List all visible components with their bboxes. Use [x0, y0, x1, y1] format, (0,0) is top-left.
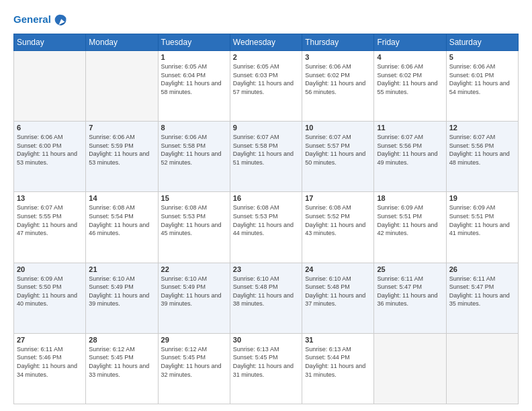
calendar-cell — [86, 51, 158, 122]
calendar-cell: 11Sunrise: 6:07 AMSunset: 5:56 PMDayligh… — [374, 122, 446, 192]
calendar-cell — [446, 333, 518, 404]
calendar-cell: 17Sunrise: 6:08 AMSunset: 5:52 PMDayligh… — [302, 192, 374, 263]
day-info: Sunrise: 6:13 AMSunset: 5:44 PMDaylight:… — [305, 345, 371, 379]
day-number: 24 — [305, 265, 371, 273]
day-number: 26 — [449, 265, 515, 273]
day-number: 11 — [377, 124, 443, 132]
calendar-cell: 16Sunrise: 6:08 AMSunset: 5:53 PMDayligh… — [230, 192, 302, 263]
day-info: Sunrise: 6:06 AMSunset: 6:02 PMDaylight:… — [377, 62, 443, 96]
day-number: 23 — [233, 265, 299, 273]
day-number: 21 — [89, 265, 154, 273]
calendar-cell: 29Sunrise: 6:12 AMSunset: 5:45 PMDayligh… — [158, 333, 230, 404]
day-number: 9 — [233, 124, 299, 132]
day-info: Sunrise: 6:08 AMSunset: 5:53 PMDaylight:… — [161, 203, 227, 237]
weekday-header: Wednesday — [230, 34, 302, 51]
day-info: Sunrise: 6:06 AMSunset: 6:00 PMDaylight:… — [17, 133, 83, 167]
day-number: 30 — [233, 336, 299, 344]
weekday-header: Thursday — [302, 34, 374, 51]
calendar-cell: 3Sunrise: 6:06 AMSunset: 6:02 PMDaylight… — [302, 51, 374, 122]
day-number: 29 — [161, 336, 227, 344]
day-number: 25 — [377, 265, 443, 273]
day-number: 8 — [161, 124, 227, 132]
calendar-cell: 12Sunrise: 6:07 AMSunset: 5:56 PMDayligh… — [446, 122, 518, 192]
day-info: Sunrise: 6:06 AMSunset: 5:59 PMDaylight:… — [89, 133, 154, 167]
day-number: 1 — [161, 53, 227, 61]
day-info: Sunrise: 6:11 AMSunset: 5:47 PMDaylight:… — [377, 275, 443, 308]
day-number: 31 — [305, 336, 371, 344]
day-number: 4 — [377, 53, 443, 61]
day-info: Sunrise: 6:09 AMSunset: 5:51 PMDaylight:… — [449, 203, 515, 237]
calendar-cell: 13Sunrise: 6:07 AMSunset: 5:55 PMDayligh… — [14, 192, 86, 263]
day-number: 18 — [377, 194, 443, 202]
day-info: Sunrise: 6:10 AMSunset: 5:49 PMDaylight:… — [89, 275, 154, 308]
calendar-cell: 21Sunrise: 6:10 AMSunset: 5:49 PMDayligh… — [86, 263, 158, 333]
day-info: Sunrise: 6:12 AMSunset: 5:45 PMDaylight:… — [161, 345, 227, 379]
calendar-cell: 18Sunrise: 6:09 AMSunset: 5:51 PMDayligh… — [374, 192, 446, 263]
header: General — [13, 12, 519, 27]
calendar-cell: 30Sunrise: 6:13 AMSunset: 5:45 PMDayligh… — [230, 333, 302, 404]
day-info: Sunrise: 6:05 AMSunset: 6:03 PMDaylight:… — [233, 62, 299, 96]
calendar-cell: 19Sunrise: 6:09 AMSunset: 5:51 PMDayligh… — [446, 192, 518, 263]
calendar-cell: 23Sunrise: 6:10 AMSunset: 5:48 PMDayligh… — [230, 263, 302, 333]
day-info: Sunrise: 6:10 AMSunset: 5:48 PMDaylight:… — [233, 275, 299, 308]
calendar-cell — [14, 51, 86, 122]
calendar-cell — [374, 333, 446, 404]
day-info: Sunrise: 6:07 AMSunset: 5:57 PMDaylight:… — [305, 133, 371, 167]
day-number: 7 — [89, 124, 154, 132]
day-info: Sunrise: 6:06 AMSunset: 6:02 PMDaylight:… — [305, 62, 371, 96]
weekday-header: Saturday — [446, 34, 518, 51]
calendar-cell: 4Sunrise: 6:06 AMSunset: 6:02 PMDaylight… — [374, 51, 446, 122]
day-info: Sunrise: 6:08 AMSunset: 5:53 PMDaylight:… — [233, 203, 299, 237]
calendar-cell: 22Sunrise: 6:10 AMSunset: 5:49 PMDayligh… — [158, 263, 230, 333]
day-number: 17 — [305, 194, 371, 202]
logo-icon — [52, 12, 67, 27]
day-number: 14 — [89, 194, 154, 202]
calendar-cell: 28Sunrise: 6:12 AMSunset: 5:45 PMDayligh… — [86, 333, 158, 404]
day-info: Sunrise: 6:08 AMSunset: 5:54 PMDaylight:… — [89, 203, 154, 237]
day-info: Sunrise: 6:09 AMSunset: 5:51 PMDaylight:… — [377, 203, 443, 237]
day-number: 27 — [17, 336, 83, 344]
calendar-cell: 7Sunrise: 6:06 AMSunset: 5:59 PMDaylight… — [86, 122, 158, 192]
day-info: Sunrise: 6:13 AMSunset: 5:45 PMDaylight:… — [233, 345, 299, 379]
day-info: Sunrise: 6:06 AMSunset: 5:58 PMDaylight:… — [161, 133, 227, 167]
day-info: Sunrise: 6:07 AMSunset: 5:55 PMDaylight:… — [17, 203, 83, 237]
calendar-cell: 31Sunrise: 6:13 AMSunset: 5:44 PMDayligh… — [302, 333, 374, 404]
calendar-cell: 1Sunrise: 6:05 AMSunset: 6:04 PMDaylight… — [158, 51, 230, 122]
day-number: 10 — [305, 124, 371, 132]
day-info: Sunrise: 6:08 AMSunset: 5:52 PMDaylight:… — [305, 203, 371, 237]
day-info: Sunrise: 6:07 AMSunset: 5:56 PMDaylight:… — [377, 133, 443, 167]
day-number: 19 — [449, 194, 515, 202]
calendar-cell: 2Sunrise: 6:05 AMSunset: 6:03 PMDaylight… — [230, 51, 302, 122]
calendar-cell: 10Sunrise: 6:07 AMSunset: 5:57 PMDayligh… — [302, 122, 374, 192]
day-info: Sunrise: 6:11 AMSunset: 5:46 PMDaylight:… — [17, 345, 83, 379]
day-info: Sunrise: 6:07 AMSunset: 5:58 PMDaylight:… — [233, 133, 299, 167]
logo: General — [13, 12, 67, 27]
calendar-cell: 5Sunrise: 6:06 AMSunset: 6:01 PMDaylight… — [446, 51, 518, 122]
day-info: Sunrise: 6:05 AMSunset: 6:04 PMDaylight:… — [161, 62, 227, 96]
day-number: 22 — [161, 265, 227, 273]
calendar-table: SundayMondayTuesdayWednesdayThursdayFrid… — [13, 34, 519, 404]
day-info: Sunrise: 6:10 AMSunset: 5:49 PMDaylight:… — [161, 275, 227, 308]
day-number: 3 — [305, 53, 371, 61]
calendar-cell: 26Sunrise: 6:11 AMSunset: 5:47 PMDayligh… — [446, 263, 518, 333]
calendar-page: General SundayMondayTuesdayWednesdayThur… — [0, 0, 532, 411]
calendar-cell: 27Sunrise: 6:11 AMSunset: 5:46 PMDayligh… — [14, 333, 86, 404]
calendar-cell: 15Sunrise: 6:08 AMSunset: 5:53 PMDayligh… — [158, 192, 230, 263]
calendar-cell: 25Sunrise: 6:11 AMSunset: 5:47 PMDayligh… — [374, 263, 446, 333]
day-number: 20 — [17, 265, 83, 273]
day-number: 16 — [233, 194, 299, 202]
calendar-cell: 6Sunrise: 6:06 AMSunset: 6:00 PMDaylight… — [14, 122, 86, 192]
day-info: Sunrise: 6:10 AMSunset: 5:48 PMDaylight:… — [305, 275, 371, 308]
day-number: 28 — [89, 336, 154, 344]
day-number: 2 — [233, 53, 299, 61]
day-info: Sunrise: 6:09 AMSunset: 5:50 PMDaylight:… — [17, 275, 83, 308]
day-info: Sunrise: 6:07 AMSunset: 5:56 PMDaylight:… — [449, 133, 515, 167]
calendar-cell: 14Sunrise: 6:08 AMSunset: 5:54 PMDayligh… — [86, 192, 158, 263]
weekday-header: Tuesday — [158, 34, 230, 51]
day-info: Sunrise: 6:11 AMSunset: 5:47 PMDaylight:… — [449, 275, 515, 308]
calendar-cell: 20Sunrise: 6:09 AMSunset: 5:50 PMDayligh… — [14, 263, 86, 333]
day-info: Sunrise: 6:12 AMSunset: 5:45 PMDaylight:… — [89, 345, 154, 379]
calendar-cell: 24Sunrise: 6:10 AMSunset: 5:48 PMDayligh… — [302, 263, 374, 333]
calendar-cell: 8Sunrise: 6:06 AMSunset: 5:58 PMDaylight… — [158, 122, 230, 192]
logo-text: General — [13, 14, 51, 26]
